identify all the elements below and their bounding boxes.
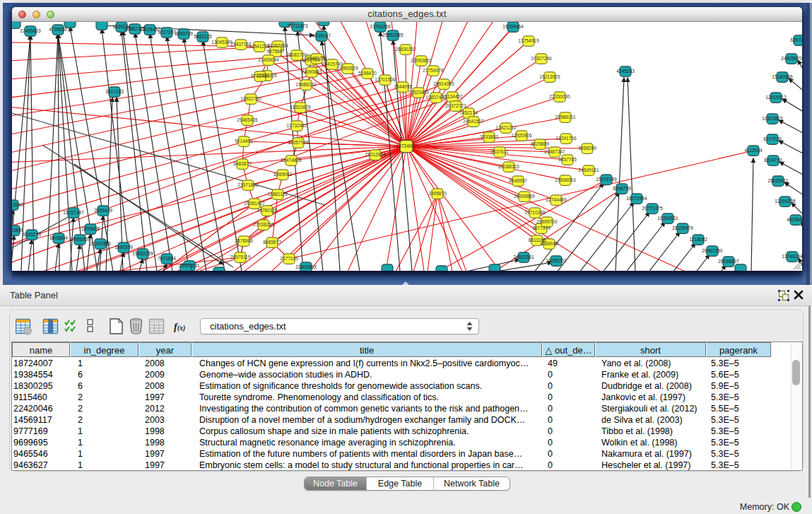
svg-text:12294238: 12294238 xyxy=(775,199,796,204)
svg-text:24549181: 24549181 xyxy=(578,168,599,173)
svg-text:3395870: 3395870 xyxy=(428,191,447,196)
svg-text:10327246: 10327246 xyxy=(531,56,552,61)
svg-text:4439167: 4439167 xyxy=(312,33,331,38)
svg-text:19523409: 19523409 xyxy=(408,90,429,95)
svg-text:23971842: 23971842 xyxy=(237,182,259,187)
svg-text:22330030: 22330030 xyxy=(549,94,570,99)
svg-text:1890399: 1890399 xyxy=(114,245,133,250)
svg-text:2876966: 2876966 xyxy=(235,238,253,243)
svg-text:19285201: 19285201 xyxy=(546,258,567,263)
svg-text:24641507: 24641507 xyxy=(463,119,484,124)
svg-text:16510878: 16510878 xyxy=(290,105,311,110)
svg-text:25025631: 25025631 xyxy=(179,263,200,268)
svg-text:27038236: 27038236 xyxy=(253,222,274,227)
svg-text:4389045: 4389045 xyxy=(540,241,558,246)
svg-text:13134457: 13134457 xyxy=(442,94,463,99)
svg-text:22455603: 22455603 xyxy=(20,28,41,33)
svg-text:29281417: 29281417 xyxy=(244,201,265,206)
svg-text:3677374: 3677374 xyxy=(532,226,551,230)
svg-text:12416912: 12416912 xyxy=(765,95,787,100)
svg-text:22474828: 22474828 xyxy=(281,158,302,163)
svg-text:21754078: 21754078 xyxy=(423,68,444,73)
svg-text:1218062: 1218062 xyxy=(689,237,707,242)
svg-text:24425670: 24425670 xyxy=(781,56,802,61)
svg-text:25852685: 25852685 xyxy=(382,33,404,37)
svg-text:8224730: 8224730 xyxy=(764,158,782,163)
svg-text:29699700: 29699700 xyxy=(536,219,558,224)
svg-text:10323815: 10323815 xyxy=(762,116,783,121)
svg-text:f(x): f(x) xyxy=(174,322,185,332)
svg-text:18724007: 18724007 xyxy=(396,144,417,148)
svg-text:8646997: 8646997 xyxy=(509,178,527,183)
svg-text:13241736: 13241736 xyxy=(555,136,577,141)
svg-text:15157347: 15157347 xyxy=(63,210,84,215)
svg-text:16213925: 16213925 xyxy=(539,74,560,79)
svg-text:28988101: 28988101 xyxy=(555,115,576,119)
svg-text:19299464: 19299464 xyxy=(502,24,524,29)
svg-text:18992829: 18992829 xyxy=(337,66,358,71)
svg-text:8806804: 8806804 xyxy=(49,235,68,240)
svg-text:6482877: 6482877 xyxy=(233,161,252,166)
svg-text:22744459: 22744459 xyxy=(546,197,567,202)
svg-text:24532561: 24532561 xyxy=(513,255,534,259)
svg-text:9875847: 9875847 xyxy=(266,49,285,54)
svg-text:28159979: 28159979 xyxy=(672,226,693,230)
svg-text:23706266: 23706266 xyxy=(370,24,391,29)
svg-text:26618611: 26618611 xyxy=(768,178,789,183)
svg-text:10057945: 10057945 xyxy=(288,140,309,145)
svg-text:18922760: 18922760 xyxy=(240,96,261,101)
svg-text:25711873: 25711873 xyxy=(288,23,308,28)
svg-text:10710248: 10710248 xyxy=(524,210,546,215)
svg-text:22093651: 22093651 xyxy=(411,58,432,63)
svg-text:25485735: 25485735 xyxy=(306,56,327,61)
svg-text:2077105: 2077105 xyxy=(280,256,298,261)
svg-text:4735650: 4735650 xyxy=(49,27,67,32)
svg-text:29914085: 29914085 xyxy=(433,81,454,86)
svg-text:23188315: 23188315 xyxy=(498,164,519,169)
svg-text:8336273: 8336273 xyxy=(23,232,41,237)
svg-text:7671884: 7671884 xyxy=(158,256,176,261)
svg-text:13732411: 13732411 xyxy=(287,123,307,128)
svg-text:13701506: 13701506 xyxy=(375,77,396,82)
svg-text:6742460: 6742460 xyxy=(251,74,269,78)
svg-text:28038807: 28038807 xyxy=(718,259,739,264)
svg-text:28082730: 28082730 xyxy=(286,52,307,57)
svg-text:20372723: 20372723 xyxy=(445,103,466,108)
svg-text:13754919: 13754919 xyxy=(518,38,539,43)
svg-text:19832259: 19832259 xyxy=(132,251,153,256)
svg-text:3917183: 3917183 xyxy=(105,89,124,94)
svg-text:6357277: 6357277 xyxy=(790,37,802,42)
svg-text:26939869: 26939869 xyxy=(514,194,535,199)
svg-text:10334531: 10334531 xyxy=(657,216,678,221)
svg-text:26780325: 26780325 xyxy=(257,208,278,213)
svg-text:4245263: 4245263 xyxy=(616,69,635,74)
svg-text:13421212: 13421212 xyxy=(495,125,517,130)
svg-text:13748244: 13748244 xyxy=(782,254,802,259)
svg-text:8369062: 8369062 xyxy=(273,172,292,177)
svg-text:2066449: 2066449 xyxy=(94,208,112,213)
svg-text:21200396: 21200396 xyxy=(90,241,111,246)
svg-text:26461350: 26461350 xyxy=(702,248,723,253)
svg-text:13045349: 13045349 xyxy=(211,40,233,45)
svg-text:25465435: 25465435 xyxy=(237,117,258,122)
svg-text:22806503: 22806503 xyxy=(295,264,317,269)
svg-text:20772475: 20772475 xyxy=(642,206,663,211)
svg-text:3333883: 3333883 xyxy=(480,134,498,139)
svg-text:28012854: 28012854 xyxy=(365,152,386,157)
svg-text:8396759: 8396759 xyxy=(613,186,631,191)
svg-text:9217207: 9217207 xyxy=(158,30,176,35)
svg-text:3644095: 3644095 xyxy=(394,84,412,89)
svg-text:19688132: 19688132 xyxy=(295,82,317,87)
svg-text:28575119: 28575119 xyxy=(230,255,251,259)
svg-text:5682115: 5682115 xyxy=(194,34,212,39)
svg-text:17956909: 17956909 xyxy=(69,237,90,242)
svg-text:20813640: 20813640 xyxy=(12,202,23,207)
svg-text:4112034: 4112034 xyxy=(744,148,763,153)
svg-text:9214491: 9214491 xyxy=(235,139,253,144)
svg-text:11881122: 11881122 xyxy=(268,192,288,197)
svg-text:6457765: 6457765 xyxy=(558,157,577,162)
svg-text:16072954: 16072954 xyxy=(626,196,647,201)
svg-text:1999828: 1999828 xyxy=(81,226,100,231)
svg-text:7452134: 7452134 xyxy=(459,110,478,115)
svg-text:24090883: 24090883 xyxy=(301,69,322,74)
